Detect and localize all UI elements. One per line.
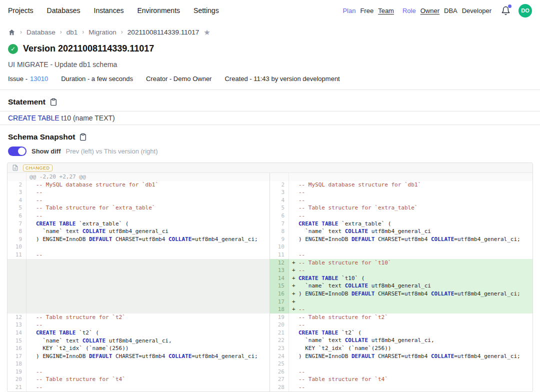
diff-line: 20-- Table structure for `t4` bbox=[8, 376, 270, 384]
snapshot-heading: Schema Snapshot bbox=[8, 132, 75, 142]
diff-line: 3-- bbox=[270, 188, 532, 196]
diff-line: 6-- bbox=[270, 212, 532, 220]
diff-pane-right[interactable]: 2-- MySQL database structure for `db1`3-… bbox=[270, 173, 532, 392]
diff-line: 16 KEY `t2_idx` (`name`(256)) bbox=[8, 344, 270, 352]
notification-bell-icon[interactable] bbox=[500, 5, 511, 16]
diff-line: 10 bbox=[8, 243, 270, 251]
diff-line bbox=[270, 173, 532, 181]
diff-line: 27-- Table structure for `t4` bbox=[270, 376, 532, 384]
notification-dot bbox=[508, 4, 512, 8]
avatar[interactable]: DO bbox=[518, 4, 532, 18]
diff-line: 17+ bbox=[270, 298, 532, 306]
diff-line: 28-- bbox=[270, 384, 532, 392]
diff-pane-left[interactable]: @@ -2,20 +2,27 @@2-- MySQL database stru… bbox=[8, 173, 270, 392]
issue-meta: Issue - 13010 bbox=[8, 75, 48, 82]
diff-line: 8 `name` text COLLATE utf8mb4_general_ci bbox=[8, 228, 270, 236]
creator-meta: Creator - Demo Owner bbox=[146, 75, 212, 82]
file-icon bbox=[12, 164, 18, 171]
role-dba-option[interactable]: DBA bbox=[444, 7, 458, 14]
top-nav: Projects Databases Instances Environment… bbox=[0, 0, 540, 21]
issue-label: Issue - bbox=[8, 75, 28, 82]
nav-item-databases[interactable]: Databases bbox=[47, 6, 80, 14]
diff-line: 14+CREATE TABLE `t10` ( bbox=[270, 274, 532, 282]
breadcrumb-version[interactable]: 20211008114339.11017 bbox=[128, 28, 199, 36]
diff-line: 23 KEY `t2_idx` (`name`(256)) bbox=[270, 344, 532, 352]
plan-label[interactable]: Plan bbox=[342, 7, 356, 14]
diff-line: 15+ `name` text COLLATE utf8mb4_general_… bbox=[270, 282, 532, 290]
diff-line: 11-- bbox=[8, 251, 270, 259]
created-meta: Created - 11:43 by version development bbox=[224, 75, 340, 82]
diff-line: 18+-- bbox=[270, 306, 532, 314]
nav-item-settings[interactable]: Settings bbox=[194, 6, 219, 14]
diff-line: 7CREATE TABLE `extra_table` ( bbox=[8, 220, 270, 228]
breadcrumb-migration[interactable]: Migration bbox=[88, 28, 116, 36]
diff-line: 4-- bbox=[270, 196, 532, 204]
diff-line: 13+-- bbox=[270, 266, 532, 274]
diff-line: 16+) ENGINE=InnoDB DEFAULT CHARSET=utf8m… bbox=[270, 290, 532, 298]
diff-line: 10 bbox=[270, 243, 532, 251]
star-icon[interactable]: ★ bbox=[204, 28, 210, 36]
diff-line: 26-- bbox=[270, 368, 532, 376]
statement-heading: Statement bbox=[8, 98, 46, 106]
nav-item-projects[interactable]: Projects bbox=[8, 6, 34, 14]
version-header: ✓ Version 20211008114339.11017 bbox=[0, 44, 540, 54]
diff-viewer: CHANGED @@ -2,20 +2,27 @@2-- MySQL datab… bbox=[7, 162, 533, 392]
diff-line: 19-- Table structure for `t2` bbox=[270, 314, 532, 322]
issue-link[interactable]: 13010 bbox=[30, 75, 48, 82]
role-owner-option[interactable]: Owner bbox=[420, 7, 440, 14]
role-developer-option[interactable]: Developer bbox=[462, 7, 492, 14]
diff-line: 24) ENGINE=InnoDB DEFAULT CHARSET=utf8mb… bbox=[270, 352, 532, 360]
role-label[interactable]: Role bbox=[402, 7, 416, 14]
diff-toggle-row: Show diff Prev (left) vs This version (r… bbox=[0, 146, 540, 156]
breadcrumb-database[interactable]: Database bbox=[26, 28, 56, 36]
diff-line: 11-- bbox=[270, 251, 532, 259]
breadcrumb: › Database › db1 › Migration › 202110081… bbox=[0, 27, 540, 37]
breadcrumb-db1[interactable]: db1 bbox=[66, 28, 78, 36]
copy-statement-icon[interactable] bbox=[50, 98, 58, 106]
statement-sql: CREATE TABLE t10 (name TEXT) bbox=[0, 111, 540, 125]
diff-line: 14CREATE TABLE `t2` ( bbox=[8, 329, 270, 337]
diff-hint: Prev (left) vs This version (right) bbox=[66, 148, 158, 155]
diff-line: 5-- Table structure for `extra_table` bbox=[270, 204, 532, 212]
diff-line: 12-- Table structure for `t2` bbox=[8, 314, 270, 322]
breadcrumb-separator: › bbox=[60, 28, 62, 36]
diff-line: 20-- bbox=[270, 321, 532, 329]
show-diff-toggle[interactable] bbox=[8, 146, 26, 156]
sql-keyword: CREATE TABLE bbox=[8, 114, 60, 122]
diff-line: 22 `name` text COLLATE utf8mb4_general_c… bbox=[270, 336, 532, 344]
statement-section-header: Statement bbox=[0, 98, 540, 106]
home-icon[interactable] bbox=[8, 28, 16, 36]
section-divider bbox=[0, 90, 540, 90]
plan-team-option[interactable]: Team bbox=[378, 7, 394, 14]
nav-item-environments[interactable]: Environments bbox=[137, 6, 180, 14]
nav-item-instances[interactable]: Instances bbox=[94, 6, 124, 14]
diff-line: 12+-- Table structure for `t10` bbox=[270, 259, 532, 267]
status-badge: CHANGED bbox=[23, 164, 52, 172]
plan-free-option[interactable]: Free bbox=[360, 7, 374, 14]
diff-line: 19-- bbox=[8, 368, 270, 376]
page-title: Version 20211008114339.11017 bbox=[23, 44, 154, 54]
diff-line: 17) ENGINE=InnoDB DEFAULT CHARSET=utf8mb… bbox=[8, 352, 270, 360]
diff-line: 15 `name` text COLLATE utf8mb4_general_c… bbox=[8, 337, 270, 345]
toggle-knob bbox=[18, 148, 26, 155]
version-meta-row: Issue - 13010 Duration - a few seconds C… bbox=[0, 75, 540, 82]
breadcrumb-separator: › bbox=[20, 28, 22, 36]
diff-line: 5-- Table structure for `extra_table` bbox=[8, 204, 270, 212]
diff-line: 2-- MySQL database structure for `db1` bbox=[270, 181, 532, 189]
copy-snapshot-icon[interactable] bbox=[79, 133, 87, 141]
breadcrumb-separator: › bbox=[82, 28, 84, 36]
diff-line: 9) ENGINE=InnoDB DEFAULT CHARSET=utf8mb4… bbox=[270, 236, 532, 244]
show-diff-label: Show diff bbox=[32, 148, 61, 155]
success-check-icon: ✓ bbox=[8, 44, 18, 54]
main-menu: Projects Databases Instances Environment… bbox=[8, 6, 219, 14]
diff-line: 25 bbox=[270, 360, 532, 368]
diff-line: 9) ENGINE=InnoDB DEFAULT CHARSET=utf8mb4… bbox=[8, 236, 270, 244]
diff-line: 2-- MySQL database structure for `db1` bbox=[8, 181, 270, 189]
diff-line: @@ -2,20 +2,27 @@ bbox=[8, 173, 270, 181]
breadcrumb-separator: › bbox=[121, 28, 123, 36]
diff-line: 3-- bbox=[8, 188, 270, 196]
sql-rest: t10 (name TEXT) bbox=[60, 114, 115, 122]
diff-body[interactable]: @@ -2,20 +2,27 @@2-- MySQL database stru… bbox=[8, 173, 532, 392]
diff-line: 8 `name` text COLLATE utf8mb4_general_ci bbox=[270, 228, 532, 236]
diff-line: 13-- bbox=[8, 321, 270, 329]
